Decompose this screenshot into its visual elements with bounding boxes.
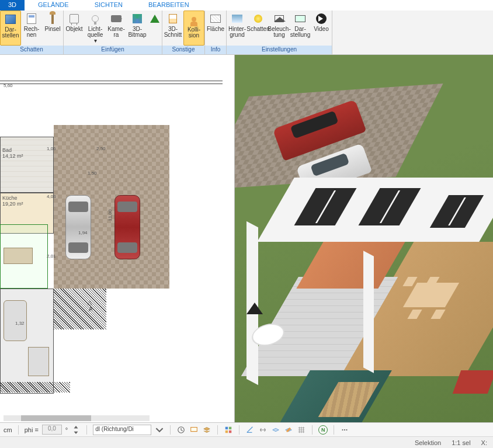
status-ratio: 1:1 sel (452, 439, 470, 446)
phi-input[interactable]: 0,0 (42, 425, 62, 435)
group-info: Fläche Info (205, 11, 227, 54)
dropdown-chevron-icon[interactable] (155, 425, 164, 435)
sun-icon (252, 12, 265, 25)
hatch-bottom (0, 382, 70, 393)
status-selektion: Selektion (415, 439, 441, 446)
dim-1: 1,06 (47, 146, 56, 151)
layer-single-icon[interactable] (271, 425, 280, 435)
toolbar-bottom: cm phi = 0,0 ° dl (Richtung/Di N (0, 422, 493, 436)
north-arrow-icon (246, 294, 263, 314)
area-icon (209, 12, 222, 25)
svg-rect-4 (229, 426, 231, 429)
clock-icon[interactable] (176, 425, 186, 435)
grid-show-icon[interactable] (297, 425, 306, 435)
main-tabs: 3D GELÄNDE SICHTEN BEARBEITEN (0, 0, 493, 11)
hatch-area (54, 289, 106, 329)
ribbon: Dar- stellen Rech- nen Pinsel Schatten O… (0, 11, 493, 55)
lichtquelle-button[interactable]: Licht- quelle ▾ (85, 11, 106, 46)
svg-rect-6 (229, 430, 231, 432)
room-kueche-label: Küche19,20 m² (2, 195, 23, 207)
phi-stepper[interactable] (71, 425, 81, 435)
dimension-ruler (0, 81, 223, 84)
group-einfuegen: Objekt Licht- quelle ▾ Kame- ra 3D- Bitm… (64, 11, 162, 54)
layer-edit-icon[interactable] (284, 425, 293, 435)
dim-4: 4,03 (47, 194, 56, 199)
statusbar: Selektion 1:1 sel X: (0, 436, 493, 448)
tab-sichten[interactable]: SICHTEN (82, 0, 136, 11)
section-icon (166, 12, 179, 25)
bulb-icon (89, 12, 102, 25)
pinsel-button[interactable]: Pinsel (42, 11, 63, 46)
group-schatten: Dar- stellen Rech- nen Pinsel Schatten (0, 11, 64, 54)
scrollbar-2d[interactable] (4, 415, 150, 421)
layers-icon[interactable] (202, 425, 211, 435)
beleuchtung-button[interactable]: Beleuch- tung (269, 11, 290, 46)
car-red-2d (114, 195, 140, 259)
cube-icon (4, 13, 17, 26)
group-einstellungen-label: Einstellungen (227, 46, 332, 54)
house-3d (235, 137, 493, 422)
svg-rect-5 (225, 430, 228, 432)
kollision-button[interactable]: Kolli- sion (183, 11, 204, 46)
table-2d (4, 248, 33, 264)
group-einfuegen-label: Einfügen (64, 46, 162, 54)
house-light-icon (273, 12, 286, 25)
dim-7: 11,00 (107, 209, 113, 221)
tab-gelaende[interactable]: GELÄNDE (25, 0, 82, 11)
group-info-label: Info (205, 46, 226, 54)
snap-icon[interactable] (258, 425, 268, 435)
svg-point-8 (344, 429, 345, 430)
person-icon (188, 13, 200, 26)
svg-rect-3 (225, 426, 228, 429)
status-x: X: (481, 439, 487, 446)
dim-3: 1,50 (88, 171, 97, 176)
group-sonstige: 3D- Schnitt Kolli- sion Sonstige (162, 11, 205, 54)
darstellung-button[interactable]: Dar- stellung (290, 11, 311, 46)
angle-icon[interactable] (245, 425, 255, 435)
bitmap-icon (131, 12, 144, 25)
workspace: 5,60 Bad14,12 m² Küche19,20 m² △ A 1,06 … (0, 55, 493, 422)
group-schatten-label: Schatten (0, 46, 63, 54)
group-sonstige-label: Sonstige (162, 46, 204, 54)
objekt-button[interactable]: Objekt (64, 11, 85, 46)
monitor-icon (294, 12, 307, 25)
marker-a-symbol: △ (88, 299, 92, 305)
north-indicator-icon[interactable]: N (318, 425, 328, 435)
car-silver-2d (65, 195, 91, 259)
svg-point-7 (342, 429, 343, 430)
dim-5: 2,01 (47, 253, 56, 259)
tab-3d[interactable]: 3D (0, 0, 25, 11)
tab-bearbeiten[interactable]: BEARBEITEN (136, 0, 202, 11)
video-button[interactable]: Video (311, 11, 332, 46)
flaeche-button[interactable]: Fläche (205, 11, 226, 46)
schatten-button[interactable]: Schatten (248, 11, 269, 46)
more-icon[interactable] (340, 425, 349, 435)
viewport-2d[interactable]: 5,60 Bad14,12 m² Küche19,20 m² △ A 1,06 … (0, 55, 235, 422)
darstellen-button[interactable]: Dar- stellen (0, 11, 21, 46)
svg-rect-2 (192, 428, 197, 430)
kamera-button[interactable]: Kame- ra (106, 11, 127, 46)
baum-button[interactable] (148, 11, 162, 46)
sofa-2d (28, 347, 49, 376)
hintergrund-button[interactable]: Hinter- grund (227, 11, 248, 46)
schnitt-button[interactable]: 3D- Schnitt (162, 11, 183, 46)
phi-label: phi = (25, 426, 39, 433)
unit-label: cm (4, 426, 12, 433)
brush-icon (46, 12, 59, 25)
play-icon (315, 12, 328, 25)
svg-point-9 (346, 429, 348, 430)
deg-label: ° (65, 426, 68, 433)
viewport-3d[interactable] (235, 55, 493, 422)
bitmap-button[interactable]: 3D- Bitmap (127, 11, 148, 46)
chair-icon (68, 12, 81, 25)
grid-blue-icon[interactable] (224, 425, 233, 435)
sky-icon (231, 12, 244, 25)
marker-a: A (89, 306, 93, 312)
dim-8: 1,94 (78, 230, 88, 235)
rechnen-button[interactable]: Rech- nen (21, 11, 42, 46)
monitor-small-icon[interactable] (189, 425, 199, 435)
dim-2: 2,50 (96, 146, 106, 151)
room-bad (0, 137, 54, 193)
wall-mid (363, 251, 374, 373)
direction-dropdown[interactable]: dl (Richtung/Di (93, 425, 151, 435)
